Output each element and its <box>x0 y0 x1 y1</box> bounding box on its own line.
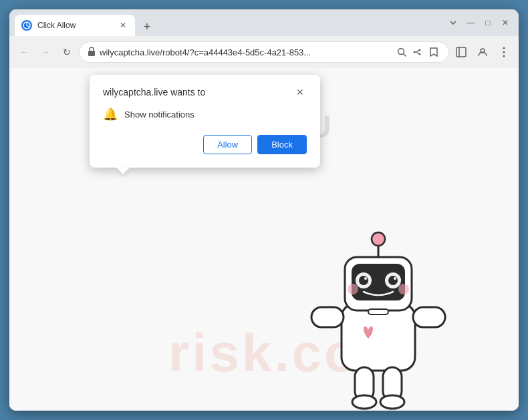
svg-line-3 <box>404 54 406 57</box>
bookmark-icon[interactable] <box>427 45 440 59</box>
new-tab-button[interactable]: + <box>138 17 156 36</box>
svg-point-5 <box>419 53 421 55</box>
notification-popup: wilycaptcha.live wants to ✕ 🔔 Show notif… <box>90 75 320 168</box>
right-icons <box>452 43 513 61</box>
popup-permission-row: 🔔 Show notifications <box>103 107 307 122</box>
back-button[interactable]: ← <box>15 43 33 61</box>
sidebar-toggle-icon[interactable] <box>452 43 471 61</box>
allow-button[interactable]: Allow <box>203 135 252 154</box>
share-icon[interactable] <box>411 45 424 59</box>
profile-icon[interactable] <box>473 43 492 61</box>
svg-point-20 <box>388 276 398 285</box>
chevron-down-button[interactable] <box>445 15 461 31</box>
svg-point-11 <box>503 51 505 53</box>
close-button[interactable]: ✕ <box>497 15 513 31</box>
popup-buttons: Allow Block <box>103 135 307 154</box>
tab-favicon <box>21 20 32 31</box>
address-bar: ← → ↻ wilycaptcha.live/robot4/?c=a44443e… <box>9 36 519 68</box>
refresh-button[interactable]: ↻ <box>57 43 76 61</box>
block-button[interactable]: Block <box>257 135 307 154</box>
search-icon[interactable] <box>395 45 408 59</box>
tab-title: Click Allow <box>37 21 112 30</box>
svg-rect-7 <box>456 47 466 57</box>
svg-point-26 <box>372 232 385 246</box>
svg-point-10 <box>503 47 505 49</box>
svg-point-32 <box>352 395 376 409</box>
svg-point-19 <box>359 276 368 285</box>
svg-point-12 <box>503 55 505 57</box>
svg-point-23 <box>348 284 358 294</box>
svg-point-24 <box>398 284 409 294</box>
url-text: wilycaptcha.live/robot4/?c=a44443e4-5d5c… <box>100 47 391 57</box>
popup-title: wilycaptcha.live wants to <box>103 87 205 97</box>
webpage-background: risk.co OU <box>9 68 519 411</box>
minimize-button[interactable]: — <box>463 15 479 31</box>
popup-close-button[interactable]: ✕ <box>293 85 307 99</box>
svg-point-6 <box>414 51 416 53</box>
svg-point-33 <box>380 395 404 409</box>
svg-rect-29 <box>413 307 445 327</box>
url-bar-icons <box>395 45 440 59</box>
webpage-content: risk.co OU <box>9 68 519 411</box>
lock-icon <box>88 47 96 57</box>
window-controls: — □ ✕ <box>445 15 513 31</box>
browser-window: Click Allow ✕ + — □ ✕ ← → ↻ wilycaptcha.… <box>9 9 519 411</box>
popup-header: wilycaptcha.live wants to ✕ <box>103 85 307 99</box>
tab-close-button[interactable]: ✕ <box>118 20 128 31</box>
active-tab[interactable]: Click Allow ✕ <box>15 15 135 36</box>
tab-area: Click Allow ✕ + <box>15 9 445 36</box>
menu-icon[interactable] <box>495 43 513 61</box>
svg-rect-1 <box>88 51 95 56</box>
forward-button[interactable]: → <box>36 43 55 61</box>
svg-rect-27 <box>368 309 388 314</box>
url-bar[interactable]: wilycaptcha.live/robot4/?c=a44443e4-5d5c… <box>79 41 449 63</box>
robot-illustration <box>291 170 465 411</box>
svg-rect-28 <box>311 307 344 327</box>
svg-point-4 <box>419 49 421 51</box>
maximize-button[interactable]: □ <box>480 15 496 31</box>
permission-text: Show notifications <box>124 110 194 120</box>
svg-point-21 <box>364 277 367 280</box>
svg-point-22 <box>394 277 396 280</box>
bell-icon: 🔔 <box>103 107 118 122</box>
title-bar: Click Allow ✕ + — □ ✕ <box>9 9 519 36</box>
